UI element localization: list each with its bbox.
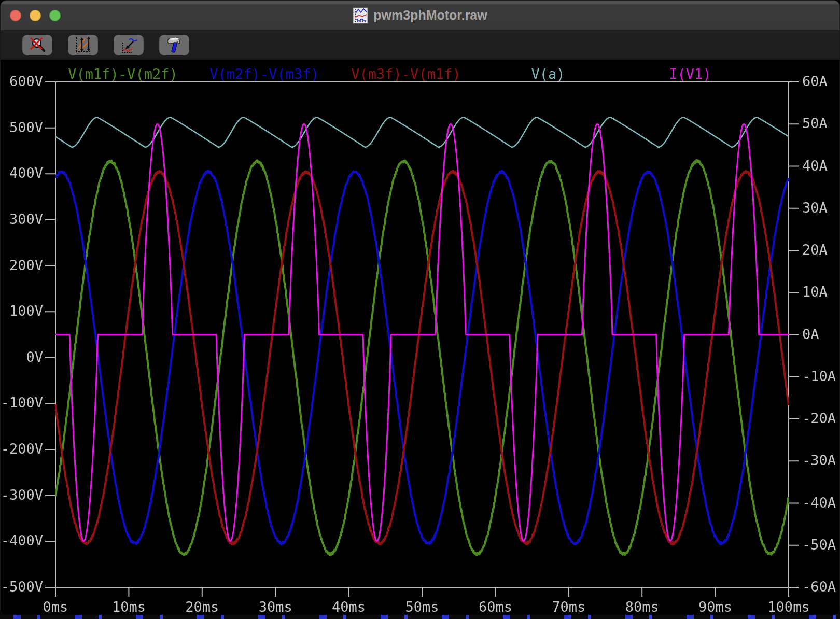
x-axis-tick-label: 90ms bbox=[674, 599, 757, 615]
legend-item-3[interactable]: V(m3f)-V(m1f) bbox=[351, 66, 460, 82]
zoom-previous-plot-icon bbox=[118, 36, 139, 54]
zoom-out-button[interactable] bbox=[22, 35, 52, 55]
legend-item-5[interactable]: I(V1) bbox=[669, 66, 711, 82]
left-axis-tick-label: 500V bbox=[1, 119, 43, 135]
legend-item-1[interactable]: V(m1f)-V(m2f) bbox=[68, 66, 177, 82]
x-axis-tick-label: 40ms bbox=[307, 599, 390, 615]
waveform-plot-canvas[interactable] bbox=[1, 60, 840, 615]
left-axis-tick-label: 100V bbox=[1, 303, 43, 319]
right-axis-tick-label: 40A bbox=[802, 158, 828, 174]
x-axis-tick-label: 80ms bbox=[600, 599, 683, 615]
control-panel-button[interactable] bbox=[159, 35, 189, 55]
left-axis-tick-label: 600V bbox=[1, 73, 43, 89]
left-axis-tick-label: 0V bbox=[1, 349, 43, 365]
left-axis-tick-label: -100V bbox=[1, 395, 43, 411]
legend-item-2[interactable]: V(m2f)-V(m3f) bbox=[209, 66, 319, 82]
window-title: pwm3phMotor.raw bbox=[373, 8, 487, 23]
left-axis-tick-label: -500V bbox=[1, 579, 43, 595]
background-window-sliver bbox=[0, 615, 840, 619]
x-axis-tick-label: 10ms bbox=[87, 599, 170, 615]
titlebar[interactable]: pwm3phMotor.raw bbox=[1, 1, 839, 30]
magnifier-cancel-icon bbox=[27, 37, 48, 53]
zoom-window-button[interactable] bbox=[49, 10, 61, 21]
right-axis-tick-label: -60A bbox=[802, 579, 836, 595]
right-axis-tick-label: -20A bbox=[802, 410, 836, 426]
x-axis-tick-label: 20ms bbox=[161, 599, 244, 615]
minimize-button[interactable] bbox=[30, 10, 41, 21]
left-axis-tick-label: 300V bbox=[1, 211, 43, 227]
plot-pane: 600V500V400V300V200V100V0V-100V-200V-300… bbox=[1, 60, 840, 615]
right-axis-tick-label: 60A bbox=[802, 73, 828, 89]
right-axis-tick-label: -50A bbox=[802, 537, 836, 553]
zoom-previous-button[interactable] bbox=[114, 35, 144, 55]
right-axis-tick-label: -30A bbox=[802, 452, 836, 468]
x-axis-tick-label: 50ms bbox=[381, 599, 464, 615]
left-axis-tick-label: -400V bbox=[1, 532, 43, 548]
right-axis-tick-label: 50A bbox=[802, 115, 828, 131]
right-axis-tick-label: 10A bbox=[802, 284, 828, 300]
x-axis-tick-label: 70ms bbox=[527, 599, 610, 615]
traffic-lights bbox=[10, 1, 61, 30]
x-axis-tick-label: 100ms bbox=[747, 599, 830, 615]
right-axis-tick-label: 30A bbox=[802, 200, 828, 216]
waveform-plot-icon bbox=[353, 7, 368, 24]
left-axis-tick-label: -300V bbox=[1, 487, 43, 503]
x-axis-tick-label: 0ms bbox=[14, 599, 97, 615]
right-axis-tick-label: 20A bbox=[802, 242, 828, 258]
autorange-axes-icon bbox=[73, 36, 93, 54]
right-axis-tick-label: 0A bbox=[802, 326, 819, 342]
close-button[interactable] bbox=[10, 10, 21, 21]
left-axis-tick-label: 200V bbox=[1, 257, 43, 273]
legend-item-4[interactable]: V(a) bbox=[531, 66, 565, 82]
right-axis-tick-label: -40A bbox=[802, 495, 836, 511]
hammer-icon bbox=[164, 36, 185, 54]
title-wrap: pwm3phMotor.raw bbox=[353, 7, 487, 24]
waveform-viewer-window: pwm3phMotor.raw bbox=[0, 0, 840, 615]
right-axis-tick-label: -10A bbox=[802, 368, 836, 384]
left-axis-tick-label: 400V bbox=[1, 165, 43, 181]
toolbar bbox=[1, 30, 839, 60]
x-axis-tick-label: 60ms bbox=[454, 599, 537, 615]
autorange-button[interactable] bbox=[68, 35, 98, 55]
left-axis-tick-label: -200V bbox=[1, 441, 43, 457]
x-axis-tick-label: 30ms bbox=[234, 599, 317, 615]
